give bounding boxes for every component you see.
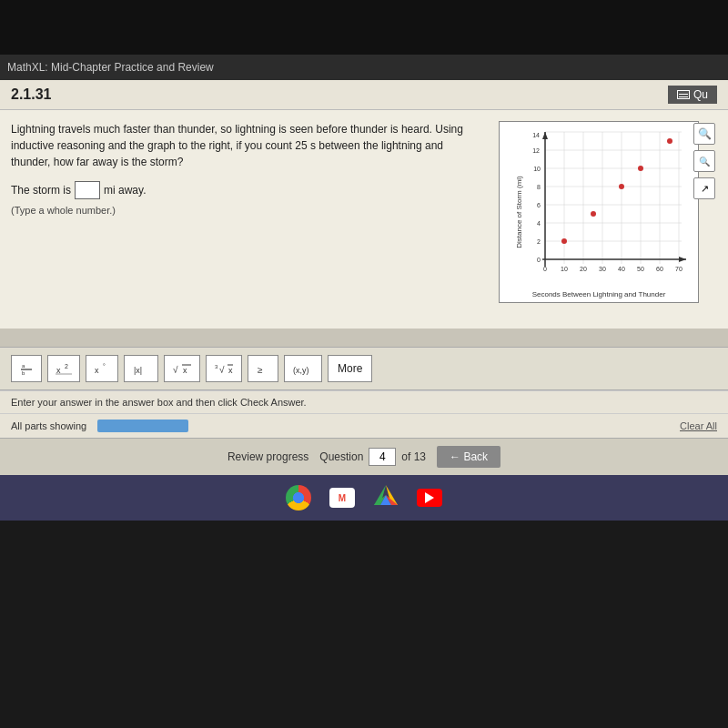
svg-text:4: 4	[537, 220, 541, 227]
question-number-input[interactable]	[369, 448, 396, 466]
absolute-btn[interactable]: |x|	[124, 355, 158, 382]
svg-text:|x|: |x|	[134, 366, 142, 375]
svg-marker-19	[679, 257, 686, 262]
graph-area: Distance of Storm (mi)	[499, 121, 717, 318]
chrome-icon[interactable]	[286, 485, 311, 511]
svg-text:20: 20	[580, 266, 587, 272]
degree-btn[interactable]: x°	[86, 355, 118, 382]
svg-text:0: 0	[543, 266, 547, 272]
svg-text:x: x	[56, 366, 61, 375]
superscript-btn[interactable]: x2	[47, 355, 80, 382]
clear-all-btn[interactable]: Clear All	[680, 420, 717, 431]
answer-label: The storm is	[11, 182, 71, 198]
svg-text:0: 0	[537, 257, 541, 263]
review-progress-btn[interactable]: Review progress	[228, 450, 308, 463]
svg-text:°: °	[103, 363, 106, 369]
answer-area: The storm is mi away. (Type a whole numb…	[11, 181, 480, 218]
back-btn[interactable]: ← Back	[437, 446, 500, 468]
svg-point-37	[591, 211, 596, 217]
storm-line: The storm is mi away.	[11, 181, 480, 199]
graph-x-title: Seconds Between Lightning and Thunder	[532, 290, 666, 298]
question-nav: Question of 13	[319, 448, 426, 466]
qu-button[interactable]: Qu	[668, 86, 717, 104]
svg-text:3: 3	[215, 364, 218, 369]
svg-text:8: 8	[537, 184, 541, 190]
external-link-icon[interactable]: ↗	[693, 177, 715, 199]
svg-text:a: a	[22, 363, 25, 369]
instruction-text: Enter your answer in the answer box and …	[11, 397, 307, 408]
side-icons: 🔍 🔍 ↗	[693, 123, 715, 199]
svg-text:6: 6	[537, 202, 541, 208]
svg-text:2: 2	[537, 238, 541, 245]
svg-text:12: 12	[532, 147, 540, 154]
parts-label: All parts showing	[11, 420, 86, 431]
problem-text: Lightning travels much faster than thund…	[11, 121, 480, 318]
svg-text:10: 10	[561, 266, 568, 272]
zoom-in-icon[interactable]: 🔍	[693, 123, 715, 145]
svg-text:√: √	[219, 365, 225, 375]
svg-text:√: √	[173, 365, 178, 375]
parts-indicator	[97, 420, 188, 432]
question-header: 2.1.31 Qu	[0, 80, 728, 110]
svg-text:40: 40	[618, 266, 625, 272]
top-bar	[0, 0, 728, 55]
svg-text:≥: ≥	[258, 365, 263, 375]
coords-btn[interactable]: (x,y)	[284, 355, 322, 382]
svg-text:b: b	[22, 370, 25, 376]
menu-icon	[677, 90, 690, 99]
question-number: 2.1.31	[11, 86, 51, 103]
bottom-nav: Review progress Question of 13 ← Back	[0, 438, 728, 475]
answer-unit: mi away.	[104, 182, 146, 198]
svg-text:(x,y): (x,y)	[293, 366, 309, 375]
more-btn[interactable]: More	[328, 355, 372, 382]
sqrt-btn[interactable]: √x	[164, 355, 200, 382]
svg-text:30: 30	[599, 266, 606, 272]
svg-text:60: 60	[656, 266, 663, 272]
svg-text:50: 50	[637, 266, 644, 272]
svg-point-40	[667, 138, 672, 144]
svg-text:10: 10	[533, 166, 541, 172]
svg-point-38	[619, 184, 624, 189]
zoom-out-icon[interactable]: 🔍	[693, 150, 715, 172]
mathxl-header: MathXL: Mid-Chapter Practice and Review	[0, 55, 728, 80]
svg-text:2: 2	[65, 363, 68, 369]
svg-text:x: x	[95, 366, 99, 375]
svg-text:x: x	[228, 366, 233, 375]
svg-marker-18	[542, 132, 548, 139]
mathxl-title: MathXL: Mid-Chapter Practice and Review	[7, 61, 214, 74]
graph-svg: 0 2 4 6 8 10 12 14 0 10 20 30 40 50 60 7…	[527, 129, 691, 280]
divider	[0, 329, 728, 347]
question-body: Lightning travels much faster than thund…	[11, 121, 480, 170]
svg-text:x: x	[183, 366, 187, 375]
graph-y-title: Distance of Storm (mi)	[515, 176, 523, 248]
cbrt-btn[interactable]: 3√x	[206, 355, 242, 382]
answer-input[interactable]	[75, 181, 100, 199]
qu-label: Qu	[693, 88, 708, 101]
math-toolbar: ab x2 x° |x| √x 3√x ≥ (x,y) More	[0, 347, 728, 390]
youtube-icon[interactable]	[417, 489, 442, 507]
svg-point-36	[561, 238, 567, 244]
answer-instruction: Enter your answer in the answer box and …	[0, 390, 728, 413]
parts-bar: All parts showing Clear All	[0, 413, 728, 438]
drive-icon[interactable]	[373, 483, 399, 512]
svg-text:70: 70	[675, 266, 682, 272]
type-note: (Type a whole number.)	[11, 203, 480, 218]
chromebook-bar: M	[0, 475, 728, 521]
problem-area: Lightning travels much faster than thund…	[0, 110, 728, 329]
of-total: of 13	[401, 450, 426, 463]
svg-text:14: 14	[532, 132, 540, 138]
graph-container: Distance of Storm (mi)	[499, 121, 699, 303]
svg-point-39	[638, 166, 643, 171]
question-label: Question	[319, 450, 363, 463]
geq-btn[interactable]: ≥	[248, 355, 278, 382]
gmail-icon[interactable]: M	[329, 488, 355, 508]
fraction-btn[interactable]: ab	[11, 355, 42, 382]
